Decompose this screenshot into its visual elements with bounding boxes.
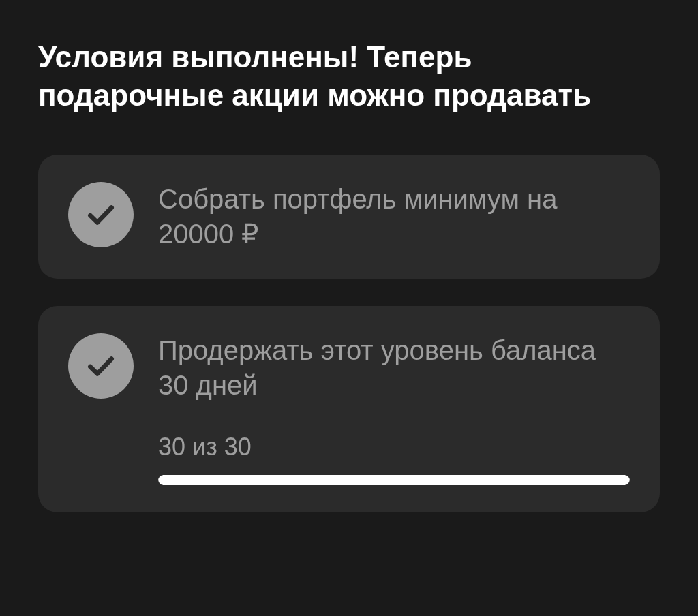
checkmark-icon	[84, 349, 118, 383]
progress-label: 30 из 30	[158, 433, 630, 461]
progress-bar	[158, 475, 630, 485]
card-text-block: Продержать этот уровень баланса 30 дней …	[158, 333, 630, 485]
condition-text: Собрать портфель минимум на 20000 ₽	[158, 182, 630, 251]
check-circle	[68, 182, 134, 247]
condition-card: Продержать этот уровень баланса 30 дней …	[38, 306, 660, 512]
condition-text: Продержать этот уровень баланса 30 дней	[158, 333, 630, 403]
card-content: Собрать портфель минимум на 20000 ₽	[68, 182, 630, 251]
card-content: Продержать этот уровень баланса 30 дней …	[68, 333, 630, 485]
condition-card: Собрать портфель минимум на 20000 ₽	[38, 155, 660, 279]
checkmark-icon	[84, 198, 118, 232]
progress-bar-fill	[158, 475, 630, 485]
conditions-heading: Условия выполнены! Теперь подарочные акц…	[38, 38, 660, 115]
check-circle	[68, 333, 134, 399]
card-text-block: Собрать портфель минимум на 20000 ₽	[158, 182, 630, 251]
